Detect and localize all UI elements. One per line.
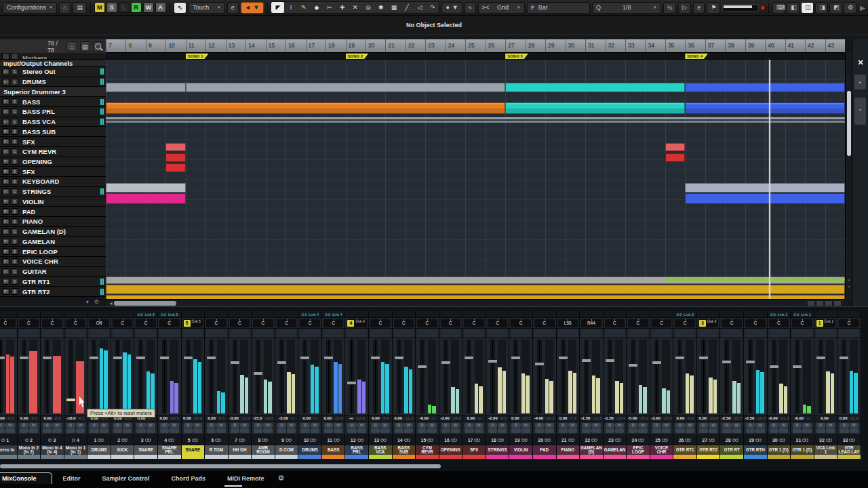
- solo-button[interactable]: s: [11, 128, 18, 135]
- write-automation-button[interactable]: W: [755, 423, 764, 428]
- mute-button[interactable]: m: [2, 119, 9, 125]
- mixer-channel-epic-loop[interactable]: C-5.00-20.1RW··24EPIC LOOP: [627, 311, 650, 459]
- channel-pan-cell[interactable]: C: [439, 318, 462, 329]
- automation-extra-button[interactable]: ·: [170, 428, 178, 433]
- clip-gtr-rt1[interactable]: [106, 285, 845, 294]
- write-automation-button[interactable]: W: [591, 423, 600, 428]
- write-automation-button[interactable]: W: [709, 423, 717, 428]
- mixer-hscroll-thumb[interactable]: [0, 464, 441, 468]
- pan-control[interactable]: C: [19, 319, 39, 327]
- channel-name[interactable]: AMB ROOM: [252, 445, 275, 455]
- solo-button[interactable]: s: [11, 178, 18, 185]
- automation-extra-button[interactable]: ·: [699, 428, 708, 433]
- automation-extra-button[interactable]: ·: [615, 428, 624, 433]
- draw-tool[interactable]: ✎: [297, 2, 310, 13]
- channel-pan-cell[interactable]: R44: [580, 318, 603, 329]
- fader-cap[interactable]: [300, 356, 310, 360]
- automation-extra-button[interactable]: ·: [100, 428, 108, 433]
- mute-button[interactable]: m: [2, 258, 9, 265]
- channel-rack[interactable]: [697, 329, 720, 338]
- mute-button[interactable]: m: [2, 288, 9, 295]
- clip-strings[interactable]: [685, 193, 845, 204]
- solo-button[interactable]: s: [11, 198, 18, 205]
- channel-name[interactable]: GTR LEAD LAY: [837, 445, 861, 455]
- pan-control[interactable]: C: [488, 319, 508, 327]
- read-automation-button[interactable]: R: [395, 423, 403, 428]
- automation-extra-button[interactable]: ·: [475, 428, 484, 433]
- channel-name[interactable]: GAMELAN: [604, 445, 627, 455]
- mixer-channel-gtr-1-d[interactable]: ⊙⊙Link 1C-6.00-∞RW··31GTR 1 (D): [791, 311, 814, 459]
- track-row-drums[interactable]: msDRUMS: [0, 77, 106, 87]
- automation-extra-button[interactable]: ·: [779, 428, 788, 433]
- mixer-channel-mono-in-1-in-1[interactable]: C-18.0-6.1RW··4Mono In 1 (In 1): [64, 311, 88, 459]
- fader-cap[interactable]: [441, 361, 451, 365]
- channel-name[interactable]: BASS VCA: [369, 445, 392, 455]
- read-automation-button[interactable]: R: [488, 423, 497, 428]
- channel-fader-area[interactable]: [229, 338, 252, 415]
- automation-extra-button[interactable]: ·: [240, 428, 249, 433]
- solo-button[interactable]: s: [11, 218, 18, 225]
- channel-rack[interactable]: [41, 329, 64, 338]
- marker-lane[interactable]: SONG 1SONG 2SONG 3SONG 4: [106, 53, 845, 60]
- read-automation-button[interactable]: R: [816, 423, 825, 428]
- channel-pan-cell[interactable]: C: [768, 318, 791, 329]
- clip-drums[interactable]: [186, 83, 505, 92]
- pan-control[interactable]: C: [206, 319, 226, 327]
- right-zone-icon[interactable]: ◨: [815, 2, 828, 14]
- channel-name[interactable]: GTR RT2: [697, 445, 720, 455]
- mixer-channel-drums[interactable]: ⊙⊙Link 4C0.00-∞RW··10DRUMS: [298, 311, 322, 459]
- track-row-piano[interactable]: msPIANO: [0, 217, 106, 227]
- fader-cap[interactable]: [19, 356, 29, 360]
- channel-rack[interactable]: [369, 329, 392, 338]
- pan-control[interactable]: C: [394, 319, 414, 327]
- write-automation-button[interactable]: W: [850, 423, 859, 428]
- automation-extra-button[interactable]: ·: [277, 428, 286, 433]
- channel-name[interactable]: EPIC LOOP: [627, 445, 650, 455]
- mute-button[interactable]: m: [2, 218, 9, 225]
- write-automation-button[interactable]: W: [779, 423, 788, 428]
- channel-name[interactable]: GAMELAN (D): [580, 445, 603, 455]
- channel-pan-cell[interactable]: 3Link 3: [697, 318, 720, 329]
- automation-extra-button[interactable]: ·: [43, 428, 52, 433]
- channel-name[interactable]: GTR RT: [720, 445, 743, 455]
- playhead[interactable]: [769, 60, 770, 299]
- channel-pan-cell[interactable]: C: [298, 318, 321, 329]
- clip-opening[interactable]: [165, 163, 185, 172]
- mixer-channel-gtr-1-d[interactable]: ⊙⊙Link 1C-6.00-22.3RW··30GTR 1 (D): [768, 311, 791, 459]
- mixer-channel-d-com[interactable]: C-3.00-∞RW··9D COM: [275, 311, 299, 459]
- write-automation-button[interactable]: W: [427, 423, 436, 428]
- automation-extra-button[interactable]: ·: [451, 428, 460, 433]
- read-automation-button[interactable]: R: [254, 423, 262, 428]
- clip-bass-vca[interactable]: [106, 121, 845, 123]
- tab-midi-remote[interactable]: MIDI Remote: [216, 472, 275, 485]
- fader-cap[interactable]: [839, 356, 849, 360]
- read-automation-button[interactable]: R: [535, 423, 544, 428]
- write-automation-button[interactable]: W: [404, 423, 413, 428]
- configurations-dropdown[interactable]: Configurations ▼: [3, 2, 57, 14]
- write-automation-button[interactable]: W: [802, 423, 811, 428]
- timeline-ruler[interactable]: 7891011121314151617181920212223242526272…: [106, 39, 845, 53]
- clip-sfx[interactable]: [665, 143, 685, 151]
- write-automation-button[interactable]: W: [451, 423, 460, 428]
- write-automation-button[interactable]: W: [193, 423, 202, 428]
- fader-cap[interactable]: [0, 356, 5, 360]
- write-automation-button[interactable]: W: [240, 423, 249, 428]
- fader-cap[interactable]: [42, 356, 52, 360]
- read-automation-button[interactable]: R: [66, 423, 75, 428]
- automation-extra-button[interactable]: ·: [521, 428, 530, 433]
- read-automation-button[interactable]: R: [90, 423, 98, 428]
- mixer-channel-gtr-rth[interactable]: C-2.50-16.0RW··29GTR RTH: [744, 311, 768, 459]
- snap-type-dropdown[interactable]: >< Grid ▼: [478, 2, 525, 14]
- lower-zone-settings-gear-icon[interactable]: ⚙: [278, 474, 285, 483]
- iterative-quantize-button[interactable]: ¼: [663, 2, 677, 14]
- object-selection-tool[interactable]: ◤: [271, 2, 284, 13]
- channel-fader-area[interactable]: [533, 338, 556, 415]
- channel-pan-cell[interactable]: L55: [557, 318, 580, 329]
- channel-rack[interactable]: [275, 329, 298, 338]
- automation-extra-button[interactable]: ·: [347, 428, 356, 433]
- pan-control[interactable]: 1Link 1: [816, 319, 836, 327]
- automation-extra-button[interactable]: ·: [20, 428, 28, 433]
- read-automation-button[interactable]: R: [793, 423, 802, 428]
- write-automation-button[interactable]: W: [5, 423, 14, 428]
- channel-rack[interactable]: [791, 329, 814, 338]
